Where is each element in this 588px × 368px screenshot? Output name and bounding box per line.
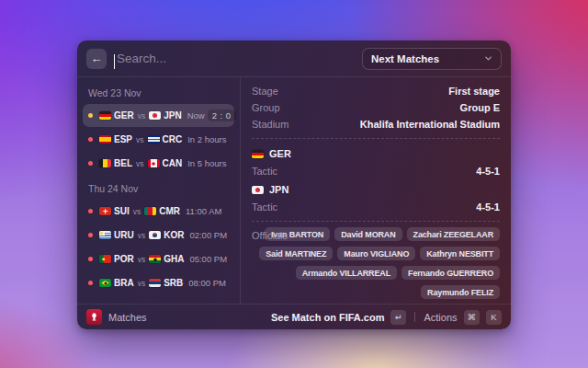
- match-row[interactable]: URU vs KOR 02:00 PM: [83, 224, 234, 247]
- officials-rows: Ivan BARTONDavid MORANZachari ZEEGELAARS…: [252, 227, 500, 299]
- detail-value: Khalifa International Stadium: [360, 119, 500, 130]
- match-row[interactable]: SUI vs CMR 11:00 AM: [83, 200, 234, 223]
- launcher-window: ← Next Matches Wed 23 Nov GER vs JPN Now…: [77, 40, 511, 329]
- officials-row: Armando VILLARREALFernando GUERRERO: [296, 266, 500, 280]
- match-details-panel: Stage First stage Group Group E Stadium …: [241, 77, 511, 304]
- away-team-code: SRB: [164, 278, 183, 288]
- officials-section: Officials Ivan BARTONDavid MORANZachari …: [252, 227, 500, 299]
- chevron-down-icon: [484, 54, 492, 63]
- home-team-code: POR: [114, 254, 134, 264]
- match-row[interactable]: BRA vs SRB 08:00 PM: [83, 271, 234, 294]
- worldcup-trophy-icon: [86, 309, 102, 325]
- status-dot: [88, 161, 93, 166]
- away-team-flag-icon: [252, 186, 264, 194]
- vs-label: vs: [138, 111, 146, 121]
- detail-row-stage: Stage First stage: [252, 83, 500, 99]
- vs-label: vs: [133, 207, 141, 216]
- schedule-section: Wed 23 Nov GER vs JPN Now 2 : 0 ESP vs C…: [83, 87, 234, 175]
- match-row[interactable]: GER vs JPN Now 2 : 0: [83, 104, 234, 127]
- schedule-section: Fri 25 Nov: [83, 303, 234, 304]
- vs-label: vs: [138, 255, 146, 264]
- home-team-flag-icon: [99, 207, 111, 215]
- status-dot: [88, 233, 93, 237]
- away-team-flag-icon: [149, 111, 161, 120]
- official-pill[interactable]: Fernando GUERRERO: [401, 266, 500, 280]
- match-row[interactable]: ESP vs CRC In 2 hours: [83, 128, 234, 151]
- status-dot: [88, 137, 93, 142]
- officials-label: Officials: [252, 230, 288, 241]
- back-arrow-icon: ←: [91, 52, 103, 65]
- away-team-flag-icon: [149, 255, 161, 263]
- k-key-badge: K: [486, 310, 502, 325]
- away-team-header: JPN: [252, 180, 500, 199]
- actions-button[interactable]: Actions: [424, 312, 457, 323]
- match-row[interactable]: POR vs GHA 05:00 PM: [83, 247, 234, 270]
- away-tactic-row: Tactic 4-5-1: [252, 199, 500, 215]
- home-team-header: GER: [252, 144, 500, 163]
- status-dot: [88, 257, 93, 261]
- tactic-value: 4-5-1: [476, 166, 500, 177]
- main-area: Wed 23 Nov GER vs JPN Now 2 : 0 ESP vs C…: [77, 77, 511, 304]
- tactic-label: Tactic: [252, 166, 277, 177]
- home-team-code: BEL: [114, 158, 132, 168]
- away-team-flag-icon: [149, 279, 161, 287]
- date-header: Fri 25 Nov: [88, 303, 229, 304]
- official-pill[interactable]: Raymundo FELIZ: [421, 285, 500, 299]
- official-pill[interactable]: David MORAN: [334, 227, 401, 241]
- official-pill[interactable]: Kathryn NESBITT: [420, 247, 500, 260]
- detail-label: Stage: [252, 86, 278, 97]
- home-team-flag-icon: [99, 135, 111, 144]
- match-row[interactable]: BEL vs CAN In 5 hours: [83, 152, 234, 175]
- match-score: 2 : 0: [208, 109, 236, 121]
- officials-row: Raymundo FELIZ: [421, 285, 500, 299]
- divider: [252, 138, 500, 139]
- away-team-code: JPN: [269, 184, 288, 195]
- official-pill[interactable]: Said MARTINEZ: [259, 247, 333, 260]
- tactic-label: Tactic: [252, 201, 277, 213]
- date-header: Wed 23 Nov: [88, 87, 229, 98]
- home-team-flag-icon: [99, 111, 111, 120]
- away-team-code: CMR: [159, 206, 180, 216]
- search-input[interactable]: [114, 52, 355, 65]
- home-team-flag-icon: [99, 255, 111, 263]
- home-tactic-row: Tactic 4-5-1: [252, 163, 500, 179]
- official-pill[interactable]: Armando VILLARREAL: [296, 266, 397, 280]
- footer-bar: Matches See Match on FIFA.com ↵ Actions …: [77, 304, 511, 329]
- officials-row: Ivan BARTONDavid MORANZachari ZEEGELAAR: [265, 227, 500, 241]
- detail-value: Group E: [460, 102, 500, 113]
- back-button[interactable]: ←: [86, 49, 107, 69]
- enter-key-badge[interactable]: ↵: [390, 310, 406, 325]
- status-dot: [88, 209, 93, 213]
- away-team-code: JPN: [164, 110, 181, 121]
- primary-action-label[interactable]: See Match on FIFA.com: [271, 312, 384, 323]
- away-team-code: KOR: [164, 230, 184, 240]
- match-list: Wed 23 Nov GER vs JPN Now 2 : 0 ESP vs C…: [77, 77, 241, 304]
- vs-label: vs: [136, 135, 144, 144]
- away-team-flag-icon: [148, 135, 160, 144]
- away-team-code: CRC: [163, 134, 183, 144]
- section-rows: GER vs JPN Now 2 : 0 ESP vs CRC In 2 hou…: [83, 104, 234, 175]
- home-team-code: SUI: [114, 206, 130, 216]
- tactic-value: 4-5-1: [476, 201, 500, 213]
- search-bar: ← Next Matches: [77, 40, 511, 77]
- detail-label: Stadium: [252, 119, 288, 130]
- match-time: 08:00 PM: [188, 278, 226, 288]
- away-team-code: CAN: [163, 158, 183, 168]
- vs-label: vs: [136, 159, 144, 168]
- match-time: Now: [187, 110, 205, 121]
- status-dot: [88, 281, 93, 285]
- next-matches-dropdown[interactable]: Next Matches: [362, 48, 502, 70]
- away-team-flag-icon: [148, 159, 160, 167]
- footer-divider: [414, 312, 415, 322]
- detail-label: Group: [252, 102, 280, 113]
- home-team-flag-icon: [252, 150, 264, 158]
- vs-label: vs: [138, 279, 146, 288]
- home-team-code: URU: [114, 230, 134, 240]
- official-pill[interactable]: Zachari ZEEGELAAR: [407, 227, 500, 241]
- app-label: Matches: [108, 312, 147, 323]
- detail-row-group: Group Group E: [252, 99, 500, 116]
- match-time: In 5 hours: [187, 158, 226, 168]
- dropdown-selected-value: Next Matches: [371, 53, 439, 64]
- detail-row-stadium: Stadium Khalifa International Stadium: [252, 116, 500, 132]
- official-pill[interactable]: Mauro VIGLIANO: [337, 247, 415, 260]
